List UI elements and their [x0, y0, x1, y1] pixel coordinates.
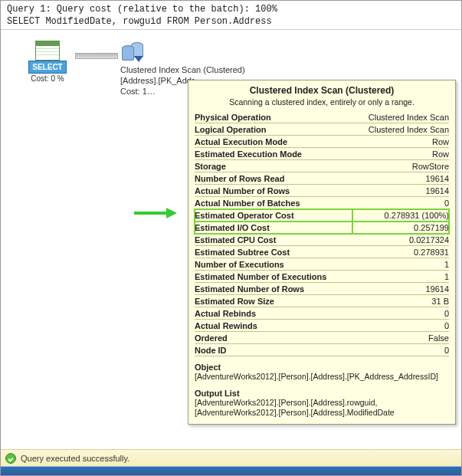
tooltip-row: Actual Execution ModeRow	[195, 136, 449, 148]
tooltip-row: Node ID0	[195, 344, 449, 356]
tooltip-row-value: 0	[352, 320, 449, 332]
query-cost-line: Query 1: Query cost (relative to the bat…	[7, 3, 455, 15]
tooltip-row: Estimated Number of Executions1	[195, 271, 449, 283]
query-sql-line: SELECT ModifiedDate, rowguid FROM Person…	[7, 15, 455, 28]
tooltip-row: Estimated Operator Cost0.278931 (100%)	[195, 209, 449, 222]
tooltip-row: Number of Rows Read19614	[195, 172, 449, 185]
tooltip-row-key: Actual Rebinds	[195, 307, 352, 320]
tooltip-row-value: 0	[352, 307, 449, 320]
tooltip-row: Estimated CPU Cost0.0217324	[195, 234, 449, 246]
tooltip-row-key: Actual Rewinds	[195, 320, 352, 332]
tooltip-row-key: Node ID	[195, 344, 352, 356]
tooltip-row-value: Row	[352, 148, 449, 160]
tooltip-row: Physical OperationClustered Index Scan	[195, 111, 449, 123]
clustered-scan-icon	[120, 41, 146, 64]
execution-plan-canvas[interactable]: SELECT Cost: 0 % Clustered Index Scan (C…	[1, 30, 461, 448]
tooltip-row: Estimated Row Size31 B	[195, 295, 449, 307]
tooltip-row-key: Estimated Row Size	[195, 295, 352, 307]
tooltip-row-value: 0.257199	[352, 222, 449, 234]
highlight-arrow-icon	[134, 208, 180, 218]
tooltip-subtitle: Scanning a clustered index, entirely or …	[195, 97, 449, 107]
tooltip-row: Number of Executions1	[195, 258, 449, 271]
tooltip-output-heading: Output List	[195, 389, 449, 398]
tooltip-row-key: Number of Executions	[195, 258, 352, 271]
tooltip-row-value: 19614	[352, 172, 449, 185]
tooltip-row-value: 0.278931	[352, 246, 449, 258]
select-label: SELECT	[28, 61, 67, 74]
tooltip-row-value: 0	[352, 197, 449, 209]
select-cost: Cost: 0 %	[21, 74, 74, 84]
tooltip-row: Actual Number of Batches0	[195, 197, 449, 209]
tooltip-row-value: 31 B	[352, 295, 449, 307]
tooltip-row-value: Row	[352, 136, 449, 148]
tooltip-row: Actual Rebinds0	[195, 307, 449, 320]
tooltip-row: Estimated Subtree Cost0.278931	[195, 246, 449, 258]
tooltip-row-key: Estimated CPU Cost	[195, 234, 352, 246]
tooltip-row-value: 0.0217324	[352, 234, 449, 246]
success-icon	[5, 453, 16, 464]
tooltip-row-value: RowStore	[352, 160, 449, 172]
tooltip-row-value: Clustered Index Scan	[352, 111, 449, 123]
tooltip-row: OrderedFalse	[195, 332, 449, 344]
plan-connector	[75, 53, 118, 59]
tooltip-row-value: 0.278931 (100%)	[352, 209, 449, 222]
query-header: Query 1: Query cost (relative to the bat…	[1, 1, 461, 30]
status-text: Query executed successfully.	[21, 454, 129, 463]
tooltip-row-value: 19614	[352, 283, 449, 295]
tooltip-row-value: Clustered Index Scan	[352, 123, 449, 136]
tooltip-row-key: Estimated Execution Mode	[195, 148, 352, 160]
window-bottom-strip	[1, 466, 461, 475]
tooltip-row: Actual Rewinds0	[195, 320, 449, 332]
tooltip-row-key: Estimated Number of Rows	[195, 283, 352, 295]
tooltip-row-key: Estimated Operator Cost	[195, 209, 352, 222]
tooltip-row: StorageRowStore	[195, 160, 449, 172]
tooltip-row: Estimated I/O Cost0.257199	[195, 222, 449, 234]
tooltip-row-key: Actual Number of Rows	[195, 185, 352, 197]
tooltip-row-key: Storage	[195, 160, 352, 172]
tooltip-row-value: 19614	[352, 185, 449, 197]
tooltip-row-key: Ordered	[195, 332, 352, 344]
tooltip-row: Estimated Number of Rows19614	[195, 283, 449, 295]
plan-node-select[interactable]: SELECT Cost: 0 %	[21, 41, 74, 84]
grid-icon	[35, 41, 60, 61]
status-bar: Query executed successfully.	[1, 449, 461, 466]
tooltip-row-value: 1	[352, 271, 449, 283]
tooltip-row-key: Actual Number of Batches	[195, 197, 352, 209]
tooltip-row-key: Estimated Number of Executions	[195, 271, 352, 283]
tooltip-row-value: False	[352, 332, 449, 344]
tooltip-title: Clustered Index Scan (Clustered)	[195, 85, 449, 96]
tooltip-object-heading: Object	[195, 363, 449, 372]
tooltip-row-key: Physical Operation	[195, 111, 352, 123]
tooltip-row-key: Actual Execution Mode	[195, 136, 352, 148]
tooltip-output-body: [AdventureWorks2012].[Person].[Address].…	[195, 398, 449, 418]
tooltip-row-value: 0	[352, 344, 449, 356]
scan-title: Clustered Index Scan (Clustered)	[120, 65, 350, 76]
tooltip-row-value: 1	[352, 258, 449, 271]
tooltip-row-key: Estimated I/O Cost	[195, 222, 352, 234]
tooltip-properties-table: Physical OperationClustered Index ScanLo…	[195, 111, 449, 356]
tooltip-object-body: [AdventureWorks2012].[Person].[Address].…	[195, 372, 449, 382]
tooltip-row-key: Logical Operation	[195, 123, 352, 136]
tooltip-row: Actual Number of Rows19614	[195, 185, 449, 197]
operator-tooltip: Clustered Index Scan (Clustered) Scannin…	[188, 80, 456, 424]
tooltip-row: Logical OperationClustered Index Scan	[195, 123, 449, 136]
tooltip-row: Estimated Execution ModeRow	[195, 148, 449, 160]
tooltip-row-key: Number of Rows Read	[195, 172, 352, 185]
tooltip-row-key: Estimated Subtree Cost	[195, 246, 352, 258]
